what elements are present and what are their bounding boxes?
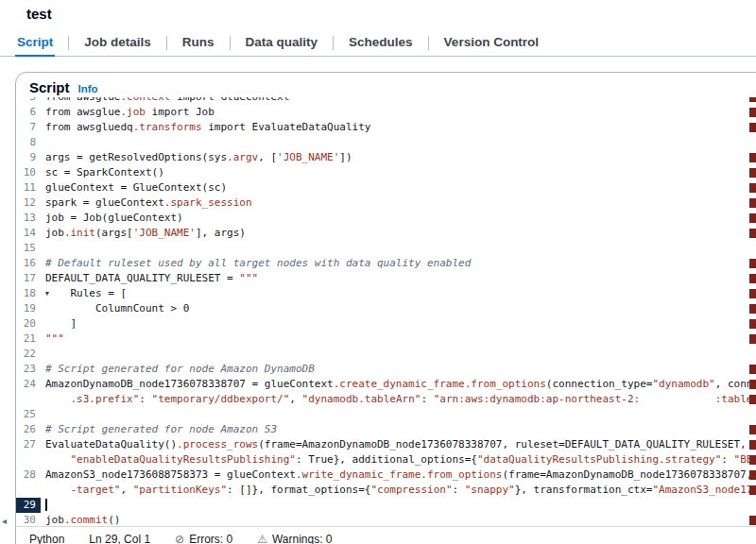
code-row[interactable]: 24AmazonDynamoDB_node1736078338707 = glu… [16,377,756,392]
code-line[interactable]: glueContext = GlueContext(sc) [41,180,756,196]
code-row[interactable]: 6from awsglue.job import Job [16,105,756,120]
code-line[interactable]: from awsglue.job import Job [41,105,756,120]
code-row[interactable]: 19 ColumnCount > 0 [16,301,756,316]
code-row[interactable]: 20 ] [16,316,756,332]
code-row[interactable]: 18▼ Rules = [ [16,286,756,301]
tab-data-quality[interactable]: Data quality [244,31,320,56]
code-editor[interactable]: 5from awsglue.context import GlueContext… [16,97,756,526]
code-row[interactable]: 8 [16,135,756,150]
code-line[interactable]: AmazonDynamoDB_node1736078338707 = glueC… [41,377,756,392]
code-line[interactable]: -target", "partitionKeys": []}, format_o… [41,483,756,498]
code-row[interactable]: 21""" [16,332,756,347]
line-number: 11 [16,180,41,196]
code-token: (frame=AmazonDynamoDB_node1736078338707, [502,468,752,481]
status-warnings-label: Warnings: 0 [272,533,333,544]
code-row[interactable]: 11glueContext = GlueContext(sc) [16,180,756,196]
code-row[interactable]: 25 [16,407,756,422]
minimap-mark [749,516,756,525]
code-line[interactable]: # Script generated for node Amazon Dynam… [41,362,756,377]
code-line[interactable]: Rules = [ [41,286,756,301]
code-line[interactable]: from awsgluedq.transforms import Evaluat… [41,120,756,135]
code-row[interactable]: 28AmazonS3_node1736088758373 = glueConte… [16,468,756,483]
code-row[interactable]: 12spark = glueContext.spark_session [16,196,756,211]
line-number: 9 [16,150,41,165]
code-row[interactable]: 16# Default ruleset used by all target n… [16,256,756,271]
code-row-wrap[interactable]: "enableDataQualityResultsPublishing": Tr… [16,452,756,468]
line-number: 23 [16,362,41,377]
line-number: 24 [16,377,41,392]
code-line[interactable]: spark = glueContext.spark_session [41,196,756,211]
code-line[interactable]: # Default ruleset used by all target nod… [41,256,756,271]
code-line[interactable] [41,241,756,256]
code-line[interactable]: EvaluateDataQuality().process_rows(frame… [41,437,756,452]
code-row[interactable]: 10sc = SparkContext() [16,165,756,180]
code-token: ], args) [196,227,246,239]
code-row-wrap[interactable]: -target", "partitionKeys": []}, format_o… [16,483,756,498]
code-line[interactable] [41,498,756,513]
code-line[interactable] [41,135,756,150]
code-line[interactable]: job.init(args['JOB_NAME'], args) [41,226,756,241]
code-line[interactable]: job.commit() [41,513,756,526]
line-number: 16 [16,256,41,271]
code-line[interactable]: from awsglue.context import GlueContext [41,97,756,105]
code-line[interactable]: """ [41,332,756,347]
code-line[interactable]: DEFAULT_DATA_QUALITY_RULESET = """ [41,271,756,286]
info-link[interactable]: Info [78,83,98,94]
code-row[interactable]: 13job = Job(glueContext) [16,211,756,226]
status-errors-label: Errors: 0 [189,533,232,544]
code-line[interactable]: .s3.prefix": "temporary/ddbexport/", "dy… [41,392,756,407]
code-token: .job [120,106,146,118]
code-token: : True}, additional_options={ [296,453,477,466]
tab-version-control[interactable]: Version Control [442,31,541,56]
code-line[interactable]: ] [41,316,756,332]
code-line[interactable]: AmazonS3_node1736088758373 = glueContext… [41,468,756,483]
tab-job-details[interactable]: Job details [82,31,153,56]
code-row[interactable]: 5from awsglue.context import GlueContext [16,97,756,105]
code-row[interactable]: 26# Script generated for node Amazon S3 [16,422,756,437]
code-row[interactable]: 7from awsgluedq.transforms import Evalua… [16,120,756,135]
errors-icon: ⊘ [175,533,184,544]
code-line[interactable] [41,347,756,362]
code-token: import EvaluateDataQuality [202,121,371,133]
code-token: args = getResolvedOptions(sys [45,151,227,163]
minimap-mark [749,97,756,102]
code-line[interactable]: args = getResolvedOptions(sys.argv, ['JO… [41,150,756,165]
code-row[interactable]: 22 [16,347,756,362]
code-row[interactable]: 23# Script generated for node Amazon Dyn… [16,362,756,377]
line-number: 18▼ [16,286,41,301]
status-errors[interactable]: ⊘ Errors: 0 [175,533,232,544]
code-line[interactable]: sc = SparkContext() [41,165,756,180]
code-row[interactable]: 9args = getResolvedOptions(sys.argv, ['J… [16,150,756,165]
tab-runs[interactable]: Runs [180,31,216,56]
code-row[interactable]: 17DEFAULT_DATA_QUALITY_RULESET = """ [16,271,756,286]
status-language[interactable]: Python [29,533,64,544]
code-row-wrap[interactable]: .s3.prefix": "temporary/ddbexport/", "dy… [16,392,756,407]
scrollbar-left-arrow-icon[interactable]: ◂ [2,516,7,526]
code-token: "compression" [370,484,452,496]
minimap-mark [749,183,756,193]
code-token: "enableDataQualityResultsPublishing" [71,453,296,466]
minimap-mark [749,213,756,223]
code-row[interactable]: 29 [16,498,756,513]
minimap-mark [749,198,756,208]
tab-script[interactable]: Script [15,31,55,57]
code-line[interactable]: # Script generated for node Amazon S3 [41,422,756,437]
minimap-mark [749,440,756,450]
code-line[interactable]: job = Job(glueContext) [41,211,756,226]
code-row[interactable]: 15 [16,241,756,256]
code-token: """ [45,332,64,345]
minimap-mark [749,259,756,268]
line-number [16,452,41,468]
code-row[interactable]: 30job.commit() [16,513,756,526]
code-row[interactable]: 27EvaluateDataQuality().process_rows(fra… [16,437,756,452]
code-line[interactable] [41,407,756,422]
code-row[interactable]: 14job.init(args['JOB_NAME'], args) [16,226,756,241]
tab-schedules[interactable]: Schedules [347,31,415,56]
line-number: 29 [16,498,41,513]
code-line[interactable]: "enableDataQualityResultsPublishing": Tr… [41,452,756,468]
code-line[interactable]: ColumnCount > 0 [41,301,756,316]
code-token: .init [64,227,95,239]
status-warnings[interactable]: ⚠ Warnings: 0 [257,533,332,544]
code-token: job [45,227,64,239]
code-token: : [721,453,733,466]
